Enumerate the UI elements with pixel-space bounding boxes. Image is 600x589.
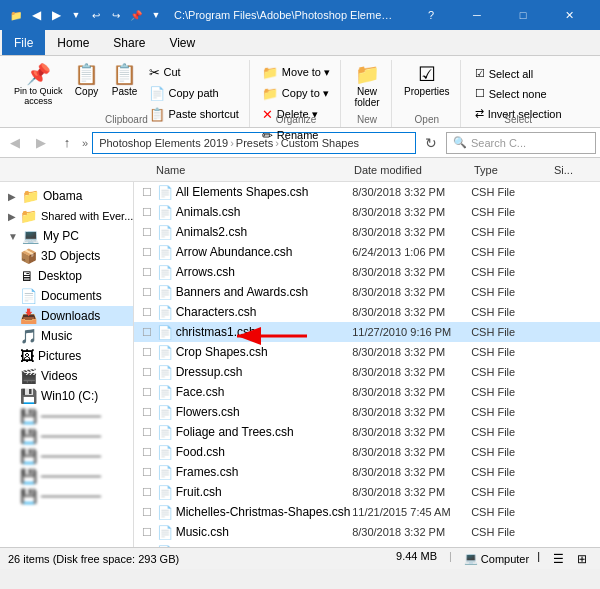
properties-button[interactable]: ☑ Properties — [400, 62, 454, 99]
file-checkbox[interactable]: ☐ — [138, 446, 156, 459]
file-checkbox[interactable]: ☐ — [138, 206, 156, 219]
tab-home[interactable]: Home — [45, 30, 101, 55]
refresh-button[interactable]: ↻ — [420, 132, 442, 154]
file-checkbox[interactable]: ☐ — [138, 466, 156, 479]
table-row[interactable]: ☐ 📄 Dressup.csh 8/30/2018 3:32 PM CSH Fi… — [134, 362, 600, 382]
file-date: 8/30/2018 3:32 PM — [352, 546, 471, 547]
help-button[interactable]: ? — [408, 0, 454, 30]
tab-view[interactable]: View — [157, 30, 207, 55]
details-view-button[interactable]: ☰ — [548, 550, 568, 568]
organize-btns: 📁 Move to ▾ 📁 Copy to ▾ ✕ Delete ▾ ✏ Ren… — [258, 62, 334, 145]
file-checkbox[interactable]: ☐ — [138, 186, 156, 199]
file-name: Animals2.csh — [174, 225, 352, 239]
tab-file[interactable]: File — [2, 30, 45, 55]
file-checkbox[interactable]: ☐ — [138, 406, 156, 419]
sidebar-item-drive2[interactable]: 💾 ————— — [0, 406, 133, 426]
move-to-button[interactable]: 📁 Move to ▾ — [258, 62, 334, 82]
file-name: Frames.csh — [174, 465, 352, 479]
table-row[interactable]: ☐ 📄 christmas1.csh 11/27/2010 9:16 PM CS… — [134, 322, 600, 342]
sidebar-item-documents[interactable]: 📄 Documents — [0, 286, 133, 306]
undo-icon[interactable]: ↩ — [88, 7, 104, 23]
table-row[interactable]: ☐ 📄 All Elements Shapes.csh 8/30/2018 3:… — [134, 182, 600, 202]
forward-icon[interactable]: ▶ — [48, 7, 64, 23]
file-checkbox[interactable]: ☐ — [138, 366, 156, 379]
sidebar-item-videos[interactable]: 🎬 Videos — [0, 366, 133, 386]
file-checkbox[interactable]: ☐ — [138, 346, 156, 359]
paste-button[interactable]: 📋 Paste — [107, 62, 143, 99]
table-row[interactable]: ☐ 📄 Nature.csh 8/30/2018 3:32 PM CSH Fil… — [134, 542, 600, 547]
table-row[interactable]: ☐ 📄 Characters.csh 8/30/2018 3:32 PM CSH… — [134, 302, 600, 322]
redo-icon[interactable]: ↪ — [108, 7, 124, 23]
table-row[interactable]: ☐ 📄 Animals.csh 8/30/2018 3:32 PM CSH Fi… — [134, 202, 600, 222]
maximize-button[interactable]: □ — [500, 0, 546, 30]
sidebar-item-drive3[interactable]: 💾 ————— — [0, 426, 133, 446]
new-folder-button[interactable]: 📁 Newfolder — [349, 62, 385, 110]
sidebar-item-win10[interactable]: 💾 Win10 (C:) — [0, 386, 133, 406]
file-checkbox[interactable]: ☐ — [138, 306, 156, 319]
folder-icon: 📁 — [8, 7, 24, 23]
table-row[interactable]: ☐ 📄 Food.csh 8/30/2018 3:32 PM CSH File — [134, 442, 600, 462]
col-header-size[interactable]: Si... — [550, 164, 600, 176]
file-checkbox[interactable]: ☐ — [138, 506, 156, 519]
sidebar-item-mypc[interactable]: ▼ 💻 My PC — [0, 226, 133, 246]
close-button[interactable]: ✕ — [546, 0, 592, 30]
table-row[interactable]: ☐ 📄 Animals2.csh 8/30/2018 3:32 PM CSH F… — [134, 222, 600, 242]
file-checkbox[interactable]: ☐ — [138, 526, 156, 539]
select-none-button[interactable]: ☐ Select none — [469, 84, 568, 103]
table-row[interactable]: ☐ 📄 Arrows.csh 8/30/2018 3:32 PM CSH Fil… — [134, 262, 600, 282]
file-checkbox[interactable]: ☐ — [138, 266, 156, 279]
file-icon: 📄 — [156, 205, 174, 220]
large-icons-button[interactable]: ⊞ — [572, 550, 592, 568]
cut-button[interactable]: ✂ Cut — [145, 62, 243, 82]
sidebar-item-pictures[interactable]: 🖼 Pictures — [0, 346, 133, 366]
sidebar-item-3dobjects[interactable]: 📦 3D Objects — [0, 246, 133, 266]
sidebar-item-shared[interactable]: ▶ 📁 Shared with Ever... — [0, 206, 133, 226]
file-checkbox[interactable]: ☐ — [138, 326, 156, 339]
file-checkbox[interactable]: ☐ — [138, 226, 156, 239]
table-row[interactable]: ☐ 📄 Arrow Abundance.csh 6/24/2013 1:06 P… — [134, 242, 600, 262]
table-row[interactable]: ☐ 📄 Fruit.csh 8/30/2018 3:32 PM CSH File — [134, 482, 600, 502]
file-checkbox[interactable]: ☐ — [138, 546, 156, 548]
col-header-name[interactable]: Name — [152, 164, 332, 176]
sidebar-item-music[interactable]: 🎵 Music — [0, 326, 133, 346]
table-row[interactable]: ☐ 📄 Michelles-Christmas-Shapes.csh 11/21… — [134, 502, 600, 522]
select-all-button[interactable]: ☑ Select all — [469, 64, 568, 83]
dropdown-icon[interactable]: ▼ — [148, 7, 164, 23]
file-checkbox[interactable]: ☐ — [138, 246, 156, 259]
table-row[interactable]: ☐ 📄 Foliage and Trees.csh 8/30/2018 3:32… — [134, 422, 600, 442]
file-type: CSH File — [471, 206, 550, 218]
sidebar-item-drive4[interactable]: 💾 ————— — [0, 446, 133, 466]
table-row[interactable]: ☐ 📄 Music.csh 8/30/2018 3:32 PM CSH File — [134, 522, 600, 542]
sidebar-item-obama[interactable]: ▶ 📁 Obama — [0, 186, 133, 206]
sidebar-item-downloads[interactable]: 📥 Downloads — [0, 306, 133, 326]
minimize-button[interactable]: ─ — [454, 0, 500, 30]
file-name: Arrows.csh — [174, 265, 352, 279]
file-date: 8/30/2018 3:32 PM — [352, 466, 471, 478]
back-icon[interactable]: ◀ — [28, 7, 44, 23]
copy-to-button[interactable]: 📁 Copy to ▾ — [258, 83, 334, 103]
pin-to-quick-button[interactable]: 📌 Pin to Quickaccess — [10, 62, 67, 108]
table-row[interactable]: ☐ 📄 Banners and Awards.csh 8/30/2018 3:3… — [134, 282, 600, 302]
file-checkbox[interactable]: ☐ — [138, 486, 156, 499]
file-checkbox[interactable]: ☐ — [138, 426, 156, 439]
file-checkbox[interactable]: ☐ — [138, 386, 156, 399]
col-header-date[interactable]: Date modified — [350, 164, 470, 176]
table-row[interactable]: ☐ 📄 Flowers.csh 8/30/2018 3:32 PM CSH Fi… — [134, 402, 600, 422]
copy-path-button[interactable]: 📄 Copy path — [145, 83, 243, 103]
tab-share[interactable]: Share — [101, 30, 157, 55]
rename-button[interactable]: ✏ Rename — [258, 125, 334, 145]
sidebar-item-desktop[interactable]: 🖥 Desktop — [0, 266, 133, 286]
sidebar-item-drive6[interactable]: 💾 ————— — [0, 486, 133, 506]
table-row[interactable]: ☐ 📄 Face.csh 8/30/2018 3:32 PM CSH File — [134, 382, 600, 402]
open-group: ☑ Properties Open — [394, 60, 461, 127]
sidebar-item-drive5[interactable]: 💾 ————— — [0, 466, 133, 486]
file-checkbox[interactable]: ☐ — [138, 286, 156, 299]
documents-icon: 📄 — [20, 288, 37, 304]
col-header-type[interactable]: Type — [470, 164, 550, 176]
copy-button[interactable]: 📋 Copy — [69, 62, 105, 99]
table-row[interactable]: ☐ 📄 Frames.csh 8/30/2018 3:32 PM CSH Fil… — [134, 462, 600, 482]
sidebar-label-documents: Documents — [41, 289, 102, 303]
pin-icon[interactable]: 📌 — [128, 7, 144, 23]
down-icon[interactable]: ▼ — [68, 7, 84, 23]
table-row[interactable]: ☐ 📄 Crop Shapes.csh 8/30/2018 3:32 PM CS… — [134, 342, 600, 362]
